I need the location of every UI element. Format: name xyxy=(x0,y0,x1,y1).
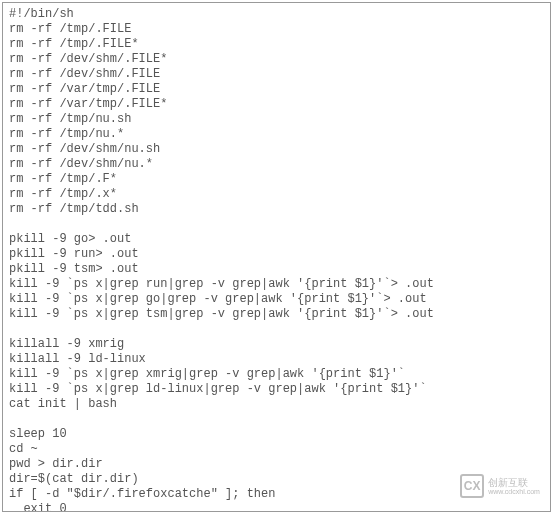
watermark-glyph-icon: CX xyxy=(460,474,484,498)
text-viewer-pane: #!/bin/sh rm -rf /tmp/.FILE rm -rf /tmp/… xyxy=(2,2,551,512)
watermark-text: 创新互联 www.cdcxhl.com xyxy=(488,478,540,495)
watermark: CX 创新互联 www.cdcxhl.com xyxy=(460,471,540,501)
shell-script-content: #!/bin/sh rm -rf /tmp/.FILE rm -rf /tmp/… xyxy=(9,7,550,511)
watermark-logo: CX 创新互联 www.cdcxhl.com xyxy=(460,474,540,498)
